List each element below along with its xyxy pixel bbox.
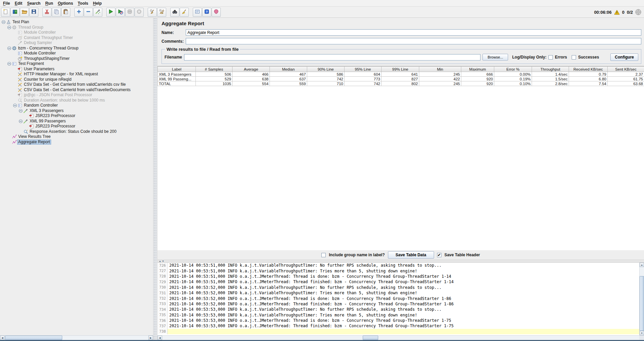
- shutdown-button[interactable]: [135, 8, 144, 17]
- tree-item-view-results-tree[interactable]: View Results Tree: [0, 134, 153, 140]
- copy-button[interactable]: [52, 8, 61, 17]
- comments-input[interactable]: [186, 38, 641, 44]
- search-reset-button[interactable]: [180, 8, 189, 17]
- tree-item-counter-for-unique-nreqid[interactable]: Counter for unique nReqId: [0, 77, 153, 82]
- scrollbar-thumb[interactable]: [5, 336, 62, 340]
- save-button[interactable]: [29, 8, 38, 17]
- save-table-data-button[interactable]: Save Table Data: [388, 251, 434, 259]
- test-plan-tree[interactable]: Test PlanThread GroupModule ControllerCo…: [0, 18, 153, 335]
- paste-button[interactable]: [61, 8, 70, 17]
- menu-options[interactable]: Options: [56, 0, 76, 6]
- tree-expand-handle[interactable]: [13, 104, 17, 107]
- column-header[interactable]: Received KB/sec: [569, 67, 608, 72]
- scroll-left-arrow[interactable]: ◀: [0, 336, 5, 340]
- tree-item-xml-3-passengers[interactable]: XML 3 Passengers: [0, 108, 153, 114]
- log-horizontal-scrollbar[interactable]: ◀: [157, 335, 644, 340]
- vertical-split-divider[interactable]: [153, 18, 157, 340]
- log-split-divider[interactable]: ▲ ▼: [157, 260, 644, 263]
- tree-item-test-fragment[interactable]: Test Fragment: [0, 61, 153, 67]
- tree-item-user-parameters[interactable]: User Parameters: [0, 67, 153, 72]
- column-header[interactable]: Error %: [494, 67, 532, 72]
- column-header[interactable]: Throughput: [532, 67, 569, 72]
- errors-checkbox[interactable]: [548, 55, 553, 60]
- column-header[interactable]: 95% Line: [345, 67, 382, 72]
- tree-horizontal-scrollbar[interactable]: ◀ ▶: [0, 335, 153, 340]
- menu-file[interactable]: File: [1, 0, 13, 6]
- tree-item-jsr223-preprocessor[interactable]: JSR223 PreProcessor: [0, 113, 153, 119]
- warning-icon[interactable]: [614, 10, 620, 15]
- scroll-down-arrow[interactable]: ▼: [640, 331, 644, 335]
- tree-item-constant-throughput-timer[interactable]: Constant Throughput Timer: [0, 35, 153, 41]
- toggle-button[interactable]: [93, 8, 102, 17]
- cut-button[interactable]: [42, 8, 51, 17]
- tree-item-throughputshapingtimer[interactable]: ThroughputShapingTimer: [0, 56, 153, 62]
- configure-button[interactable]: Configure: [610, 53, 638, 61]
- filename-input[interactable]: [184, 54, 480, 61]
- scroll-left-arrow[interactable]: ◀: [157, 336, 162, 340]
- column-header[interactable]: Median: [270, 67, 307, 72]
- menu-tools[interactable]: Tools: [76, 0, 91, 6]
- tree-expand-handle[interactable]: [7, 26, 11, 29]
- tree-expand-handle[interactable]: [1, 20, 6, 24]
- clear-all-button[interactable]: [157, 8, 166, 17]
- log-text-area[interactable]: 7262021-10-14 00:53:51,000 INFO k.a.j.t.…: [157, 263, 639, 335]
- tree-item-thread-group[interactable]: Thread Group: [0, 25, 153, 30]
- tree-expand-handle[interactable]: [7, 62, 11, 66]
- scrollbar-thumb[interactable]: [640, 276, 644, 331]
- expand-all-button[interactable]: [74, 8, 83, 17]
- tree-item-xml-99-passengers[interactable]: XML 99 Passengers: [0, 119, 153, 124]
- tree-item-jsr223-preprocessor[interactable]: JSR223 PreProcessor: [0, 124, 153, 129]
- collapse-all-button[interactable]: [84, 8, 93, 17]
- menu-run[interactable]: Run: [43, 0, 56, 6]
- help-button[interactable]: ?: [202, 8, 211, 17]
- tree-item-debug-sampler[interactable]: Debug Sampler: [0, 40, 153, 46]
- tree-item-duration-assertion-should-be-below-1000-ms[interactable]: Duration Assertion: should be below 1000…: [0, 98, 153, 103]
- menu-search[interactable]: Search: [25, 0, 43, 6]
- tree-expand-handle[interactable]: [19, 119, 23, 123]
- open-template-button[interactable]: [10, 8, 20, 17]
- column-header[interactable]: Sent KB/sec: [608, 67, 644, 72]
- scrollbar-thumb[interactable]: [363, 336, 378, 340]
- scroll-up-arrow[interactable]: ▲: [640, 263, 644, 267]
- tree-item-module-controller[interactable]: Module Controller: [0, 30, 153, 35]
- table-row[interactable]: TOTAL10355545597107428022459200.10%2.8/s…: [158, 81, 644, 86]
- browse-button[interactable]: Browse...: [482, 54, 508, 61]
- tree-item-csv-data-set-get-carrierid-from-validcarrierids-csv-file[interactable]: CSV Data Set - Get CarrierId from validC…: [0, 82, 153, 87]
- about-button[interactable]: [212, 8, 221, 17]
- tree-item-http-header-manager-for-xml-request[interactable]: HTTP Header Manager - for XML request: [0, 72, 153, 77]
- tree-expand-handle[interactable]: [19, 109, 23, 113]
- table-row[interactable]: XML 3 Passengers506466467586604641245666…: [158, 72, 644, 77]
- column-header[interactable]: # Samples: [196, 67, 232, 72]
- tree-item-response-assertion-status-code-should-be-200[interactable]: Response Assertion: Status Code should b…: [0, 129, 153, 135]
- include-group-name-checkbox[interactable]: [321, 253, 326, 257]
- scrollbar-track[interactable]: [162, 336, 639, 340]
- successes-checkbox[interactable]: [572, 55, 576, 60]
- table-row[interactable]: XML 99 Passeng...52963863774277382742292…: [158, 77, 644, 81]
- menu-help[interactable]: Help: [91, 0, 105, 6]
- log-vertical-scrollbar[interactable]: ▲ ▼: [639, 263, 644, 335]
- scrollbar-track[interactable]: [5, 336, 148, 340]
- tree-expand-handle[interactable]: [7, 46, 11, 50]
- start-no-pauses-button[interactable]: [116, 8, 125, 17]
- tree-item-jp-gc-json-format-post-processor[interactable]: jp@gc - JSON Format Post Processor: [0, 92, 153, 98]
- start-button[interactable]: [106, 8, 115, 17]
- column-header[interactable]: Maximum: [461, 67, 494, 72]
- scroll-right-arrow[interactable]: ▶: [148, 336, 153, 340]
- save-table-header-checkbox[interactable]: ✔: [437, 253, 441, 257]
- tree-item-random-controller[interactable]: Random Controller: [0, 103, 153, 108]
- tree-item-bzm-concurrency-thread-group[interactable]: bzm - Concurrency Thread Group: [0, 46, 153, 51]
- splitter-collapse-down-icon[interactable]: ▼: [162, 260, 164, 262]
- function-helper-button[interactable]: [193, 8, 202, 17]
- column-header[interactable]: Label: [158, 67, 196, 72]
- column-header[interactable]: Min: [419, 67, 461, 72]
- column-header[interactable]: 90% Line: [307, 67, 345, 72]
- tree-item-aggregate-report[interactable]: Aggregate Report: [0, 140, 153, 145]
- scrollbar-track[interactable]: [640, 267, 644, 331]
- tree-item-module-controller[interactable]: Module Controller: [0, 51, 153, 56]
- open-file-button[interactable]: [20, 8, 29, 17]
- stop-button[interactable]: STOP: [125, 8, 134, 17]
- column-header[interactable]: 99% Line: [382, 67, 419, 72]
- menu-edit[interactable]: Edit: [13, 0, 26, 6]
- new-file-button[interactable]: [1, 8, 10, 17]
- splitter-collapse-up-icon[interactable]: ▲: [159, 260, 161, 262]
